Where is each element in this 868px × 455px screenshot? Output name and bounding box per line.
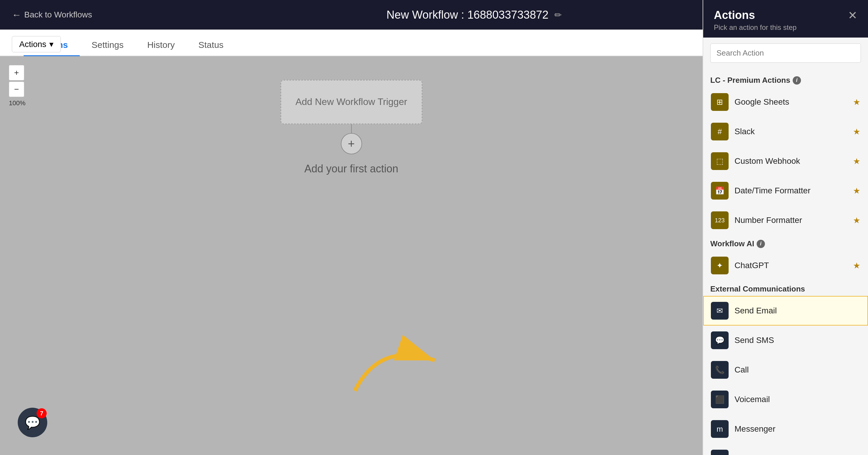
panel-header: Actions Pick an action for this step ✕ — [703, 0, 868, 37]
workflow-canvas: + − 100% Add New Workflow Trigger + Add … — [0, 56, 703, 455]
instagram-dm-icon: ⬤ — [711, 450, 728, 455]
section-lc-premium-title: LC - Premium Actions i — [703, 72, 868, 87]
action-google-sheets[interactable]: ⊞ Google Sheets ★ — [703, 87, 868, 117]
zoom-level: 100% — [9, 99, 25, 107]
action-number-formatter[interactable]: 123 Number Formatter ★ — [703, 205, 868, 235]
action-slack[interactable]: # Slack ★ — [703, 117, 868, 146]
premium-star-icon: ★ — [853, 127, 860, 137]
premium-star-icon: ★ — [853, 157, 860, 166]
send-email-icon: ✉ — [711, 302, 728, 320]
arrow-annotation — [337, 319, 450, 402]
edit-title-icon[interactable]: ✏ — [554, 10, 562, 20]
back-to-workflows-button[interactable]: ← Back to Workflows — [12, 9, 92, 20]
action-instagram-dm[interactable]: ⬤ Instagram DM — [703, 444, 868, 455]
zoom-in-button[interactable]: + — [9, 65, 24, 80]
first-action-label: Add your first action — [304, 163, 398, 175]
back-label: Back to Workflows — [24, 10, 92, 20]
panel-title: Actions — [714, 9, 797, 22]
actions-dropdown[interactable]: Actions ▾ — [12, 36, 61, 52]
panel-close-button[interactable]: ✕ — [848, 9, 857, 22]
call-icon: 📞 — [711, 361, 728, 379]
action-chatgpt[interactable]: ✦ ChatGPT ★ — [703, 251, 868, 280]
chevron-down-icon: ▾ — [49, 39, 54, 49]
actions-panel: Actions Pick an action for this step ✕ L… — [703, 0, 868, 455]
chatgpt-icon: ✦ — [711, 257, 728, 274]
premium-star-icon: ★ — [853, 97, 860, 107]
action-voicemail[interactable]: ⬛ Voicemail — [703, 385, 868, 414]
zoom-out-button[interactable]: − — [9, 82, 24, 97]
google-sheets-icon: ⊞ — [711, 93, 728, 111]
action-send-email[interactable]: ✉ Send Email — [703, 296, 868, 325]
search-box — [703, 37, 868, 68]
workflow-trigger-node[interactable]: Add New Workflow Trigger — [281, 80, 422, 124]
search-action-input[interactable] — [710, 44, 861, 63]
datetime-formatter-icon: 📅 — [711, 182, 728, 200]
tab-history[interactable]: History — [135, 35, 186, 56]
messenger-icon: m — [711, 420, 728, 438]
panel-subtitle: Pick an action for this step — [714, 23, 797, 32]
action-send-sms[interactable]: 💬 Send SMS — [703, 325, 868, 355]
voicemail-icon: ⬛ — [711, 391, 728, 408]
premium-star-icon: ★ — [853, 261, 860, 271]
slack-icon: # — [711, 123, 728, 140]
custom-webhook-icon: ⬚ — [711, 152, 728, 170]
lc-premium-info-icon: i — [793, 76, 801, 85]
back-arrow-icon: ← — [12, 9, 21, 20]
premium-star-icon: ★ — [853, 216, 860, 225]
chat-badge: 7 — [37, 408, 46, 418]
section-workflow-ai-title: Workflow AI i — [703, 235, 868, 251]
add-action-button[interactable]: + — [341, 133, 362, 154]
tab-status[interactable]: Status — [187, 35, 236, 56]
number-formatter-icon: 123 — [711, 211, 728, 229]
section-external-comms-title: External Communications — [703, 280, 868, 296]
send-sms-icon: 💬 — [711, 332, 728, 349]
action-messenger[interactable]: m Messenger — [703, 414, 868, 444]
chat-icon: 💬 — [25, 416, 40, 430]
premium-star-icon: ★ — [853, 186, 860, 196]
tab-settings[interactable]: Settings — [80, 35, 135, 56]
workflow-ai-info-icon: i — [757, 240, 765, 248]
action-custom-webhook[interactable]: ⬚ Custom Webhook ★ — [703, 146, 868, 176]
action-datetime-formatter[interactable]: 📅 Date/Time Formatter ★ — [703, 176, 868, 205]
action-call[interactable]: 📞 Call — [703, 355, 868, 385]
zoom-controls: + − 100% — [9, 65, 25, 107]
panel-content: LC - Premium Actions i ⊞ Google Sheets ★… — [703, 68, 868, 455]
chat-widget[interactable]: 7 💬 — [18, 408, 47, 437]
actions-dropdown-label: Actions — [19, 39, 46, 49]
